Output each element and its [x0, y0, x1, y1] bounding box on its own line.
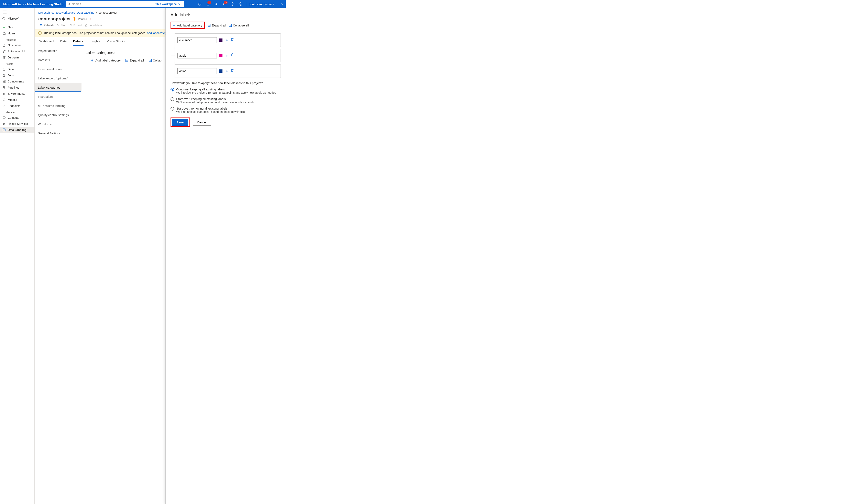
subnav-ml-assisted[interactable]: ML assisted labeling	[35, 101, 82, 110]
tab-data[interactable]: Data	[60, 39, 67, 46]
highlight-save: Save	[171, 118, 190, 127]
breadcrumb-project: contosoproject	[99, 11, 117, 14]
subnav-datasets[interactable]: Datasets	[35, 55, 82, 65]
sidebar-components[interactable]: Components	[0, 78, 34, 85]
label-color-swatch[interactable]	[219, 38, 223, 42]
jobs-icon	[2, 74, 6, 77]
sidebar-models[interactable]: Models	[0, 97, 34, 103]
tab-dashboard[interactable]: Dashboard	[38, 39, 54, 46]
sidebar-linked[interactable]: Linked Services	[0, 121, 34, 127]
sidebar-back[interactable]: Microsoft	[0, 16, 34, 22]
flyout-add-category[interactable]: ＋ Add label category	[172, 23, 202, 28]
tab-details[interactable]: Details	[73, 39, 84, 46]
label-color-swatch[interactable]	[219, 69, 223, 73]
cmd-label[interactable]: Label data	[85, 24, 102, 27]
pipelines-icon	[2, 86, 6, 89]
details-collapse-all[interactable]: − Collap	[149, 59, 161, 62]
cancel-button[interactable]: Cancel	[193, 119, 211, 126]
label-name-input[interactable]	[177, 53, 217, 58]
subnav-general[interactable]: General Settings	[35, 129, 82, 138]
search-scope[interactable]: This workspace	[154, 2, 182, 6]
search-input[interactable]	[70, 2, 154, 6]
workspace-name[interactable]: contosoworkspace	[247, 2, 276, 6]
sidebar-designer[interactable]: Designer	[0, 54, 34, 60]
favorite-star-icon[interactable]: ☆	[89, 17, 92, 21]
breadcrumb-workspace[interactable]: contosoworkspace	[52, 11, 75, 14]
megaphone-icon[interactable]: 14	[221, 1, 228, 7]
save-button[interactable]: Save	[172, 119, 188, 126]
svg-point-28	[3, 86, 4, 87]
apply-option[interactable]: Continue, keeping all existing labelsWe'…	[171, 88, 281, 94]
radio-title: Continue, keeping all existing labels	[176, 88, 276, 91]
flyout-expand-all[interactable]: + Expand all	[208, 24, 226, 27]
subnav-label-categories[interactable]: Label categories	[35, 83, 82, 92]
info-icon: !	[38, 31, 41, 35]
flyout-title: Add labels	[171, 12, 281, 18]
breadcrumb-chevron-icon: ›	[96, 11, 97, 14]
cmd-refresh[interactable]: Refresh	[39, 24, 54, 27]
sidebar-data[interactable]: Data	[0, 66, 34, 72]
home-icon	[2, 32, 6, 35]
sidebar-home[interactable]: Home	[0, 30, 34, 36]
label-color-swatch[interactable]	[219, 54, 223, 57]
apply-option[interactable]: Start over, keeping all existing labelsW…	[171, 97, 281, 104]
sidebar-jobs[interactable]: Jobs	[0, 72, 34, 78]
cmd-start[interactable]: Start	[56, 24, 67, 27]
label-name-input[interactable]	[177, 68, 217, 74]
smile-icon[interactable]	[237, 1, 244, 7]
radio-icon[interactable]	[171, 88, 174, 91]
sidebar-endpoints[interactable]: Endpoints	[0, 103, 34, 109]
radio-sub: We'll review all datapoints and add thes…	[176, 101, 256, 104]
delete-icon[interactable]	[231, 53, 234, 58]
cmd-export[interactable]: Export	[69, 24, 82, 27]
tab-insights[interactable]: Insights	[89, 39, 101, 46]
add-child-icon[interactable]: ＋	[225, 53, 229, 58]
add-child-icon[interactable]: ＋	[225, 69, 229, 73]
bell-icon[interactable]: 23	[205, 1, 211, 7]
sidebar-pipelines[interactable]: Pipelines	[0, 85, 34, 91]
svg-point-18	[3, 56, 4, 57]
tab-vision-studio[interactable]: Vision Studio	[106, 39, 125, 46]
help-icon[interactable]	[229, 1, 236, 7]
radio-title: Start over, keeping all existing labels	[176, 97, 256, 101]
sidebar-labeling[interactable]: Data Labeling	[0, 127, 34, 133]
subnav-instructions[interactable]: Instructions	[35, 92, 82, 101]
breadcrumb-microsoft[interactable]: Microsoft	[38, 11, 50, 14]
sidebar-compute[interactable]: Compute	[0, 115, 34, 121]
subnav-workforce[interactable]: Workforce	[35, 120, 82, 129]
workspace-chevron-icon[interactable]	[281, 3, 284, 5]
flyout-collapse-all[interactable]: − Collapse all	[229, 24, 249, 27]
label-row: ＋	[175, 33, 281, 47]
subnav-project-details[interactable]: Project details	[35, 46, 82, 55]
svg-point-32	[5, 106, 5, 106]
radio-icon[interactable]	[171, 107, 174, 111]
delete-icon[interactable]	[231, 69, 234, 73]
svg-rect-27	[4, 82, 5, 83]
svg-rect-26	[3, 82, 4, 83]
svg-line-17	[4, 51, 5, 52]
svg-point-20	[4, 58, 4, 59]
subnav-incremental[interactable]: Incremental refresh	[35, 65, 82, 74]
subnav-label-export[interactable]: Label export (optional)	[35, 74, 82, 83]
radio-icon[interactable]	[171, 97, 174, 101]
breadcrumb-datalabeling[interactable]: Data Labeling	[77, 11, 94, 14]
compute-icon	[2, 116, 6, 119]
delete-icon[interactable]	[231, 38, 234, 42]
details-add-category[interactable]: ＋ Add label category	[90, 58, 121, 63]
sidebar-new[interactable]: ＋ New	[0, 24, 34, 30]
add-child-icon[interactable]: ＋	[225, 38, 229, 42]
apply-option[interactable]: Start over, removing all existing labels…	[171, 107, 281, 113]
sidebar-notebooks[interactable]: Notebooks	[0, 42, 34, 48]
svg-rect-45	[231, 70, 233, 71]
label-name-input[interactable]	[177, 37, 217, 43]
gear-icon[interactable]	[213, 1, 220, 7]
details-expand-all[interactable]: + Expand all	[125, 59, 144, 62]
subnav-quality[interactable]: Quality control settings	[35, 110, 82, 120]
search-wrap[interactable]: This workspace	[66, 1, 184, 7]
hamburger-icon[interactable]	[0, 10, 34, 16]
sidebar-automl[interactable]: Automated ML	[0, 48, 34, 54]
sidebar-environments[interactable]: Environments	[0, 91, 34, 97]
highlight-add-category: ＋ Add label category	[171, 22, 205, 29]
clock-icon[interactable]	[197, 1, 203, 7]
svg-rect-35	[3, 129, 5, 131]
